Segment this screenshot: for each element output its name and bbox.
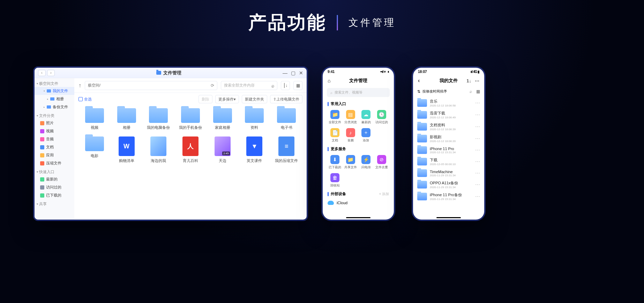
back-button[interactable]: ‹ [418,77,420,84]
category-icon [40,145,44,149]
file-item[interactable]: ≡我的压缩文件 [272,135,301,165]
row-more-icon[interactable]: ⋯ [475,147,480,153]
sidebar-category-item[interactable]: 照片 [35,119,74,127]
row-more-icon[interactable]: ⋯ [475,182,480,187]
tile-label: 共享文件 [344,165,357,170]
app-tile[interactable]: 📁共享文件 [343,154,358,171]
sidebar-category-item[interactable]: 音频 [35,135,74,143]
tile-icon: ＋ [361,128,370,137]
add-device-button[interactable]: + 添加 [379,192,389,197]
file-item[interactable]: 视频 [80,107,109,132]
select-all-checkbox[interactable]: 全选 [78,97,92,102]
folder-row[interactable]: TimeMachine2020-11-29 15:31:34⋯ [417,168,480,179]
nav-forward-button[interactable]: › [47,70,55,76]
sidebar-quick-item[interactable]: 访问过的 [35,183,74,191]
file-item[interactable]: 我的电脑备份 [144,107,173,132]
sidebar-category-item[interactable]: 压缩文件 [35,159,74,167]
nav-back-button[interactable]: ‹ [38,70,46,76]
sort-bar[interactable]: ⇅ 按修改时间排序 ⌕▦ [417,87,480,96]
file-item[interactable]: 相册 [112,107,141,132]
sidebar-categories-head[interactable]: 文件分类 [35,112,74,119]
sidebar-quick-item[interactable]: 已下载的 [35,191,74,199]
file-item[interactable]: 2:45天边 [208,135,237,165]
sidebar-root[interactable]: 极空间文件 [35,80,74,87]
folder-row[interactable]: 下载2020-12-05 00:00:10⋯ [417,156,480,168]
sidebar-album[interactable]: ▸相册 [35,95,74,103]
file-item[interactable]: ▼英文课件 [240,135,269,165]
app-tile[interactable]: ⊘文件去重 [374,154,389,171]
app-tile[interactable]: ▤分类浏览 [343,109,358,126]
sort-button[interactable]: ⎮↓ [281,81,290,90]
more-icon[interactable]: ⋯ [475,78,479,83]
app-tile[interactable]: ♪音频 [343,127,358,144]
sidebar-quick-item[interactable]: 最新的 [35,175,74,183]
home-icon[interactable]: ⌂ [328,78,330,83]
file-item[interactable]: 电影 [80,135,109,165]
up-button[interactable]: ↑ [78,82,81,89]
sidebar-backup[interactable]: ▸备份文件 [35,103,74,111]
sidebar-quick-head[interactable]: 快速入口 [35,169,74,175]
app-tile[interactable]: 📄文档 [328,127,343,144]
app-tile[interactable]: ＋添加 [359,127,374,144]
sidebar-category-item[interactable]: 视频 [35,127,74,135]
folder-row[interactable]: 迅雷下载2020-12-12 18:06:49⋯ [417,109,480,121]
home-indicator [346,217,370,218]
home-indicator [436,217,461,218]
folder-icon [417,99,427,107]
app-tile[interactable]: ☁最新的 [359,109,374,126]
row-more-icon[interactable]: ⋯ [475,194,480,199]
file-item[interactable]: 我的手机备份 [176,107,205,132]
app-tile[interactable]: ⚡闪电传 [359,154,374,171]
folder-row[interactable]: iPhone 11 Pro备份2020-11-29 15:31:34⋯ [417,191,480,202]
tile-icon: 📄 [330,128,339,137]
folder-icon [117,108,136,123]
app-tile[interactable]: 🗑回收站 [328,172,343,189]
file-item[interactable]: 海边的我 [144,135,173,165]
file-name: 家庭相册 [215,125,230,130]
view-grid-button[interactable]: ▦ [293,81,302,90]
minimize-button[interactable]: — [283,70,287,76]
phone-search-input[interactable]: ⌕ 搜索文件、视频等 [327,88,390,97]
sidebar-category-item[interactable]: 文档 [35,143,74,151]
tile-icon: ♪ [346,128,355,137]
sort-label: 按修改时间排序 [422,89,447,94]
file-item[interactable]: 电子书 [272,107,301,132]
file-item[interactable]: W购物清单 [112,135,141,165]
delete-button[interactable]: 删除 [199,95,212,103]
file-item[interactable]: 家庭相册 [208,107,237,132]
sort-toggle-icon[interactable]: 1↓ [466,78,471,83]
sidebar-my-files[interactable]: ▾我的文件 [35,87,74,95]
new-folder-button[interactable]: 新建文件夹 [242,95,267,103]
tile-label: 全部文件 [329,120,341,125]
app-tile[interactable]: 📁全部文件 [328,109,343,126]
folder-row[interactable]: 影视剧2020-12-12 18:06:20⋯ [417,133,480,145]
upload-button[interactable]: ⇧ 上传电脑文件 [270,95,302,103]
folder-row[interactable]: OPPO A11x备份2020-11-29 15:31:34⋯ [417,179,480,191]
row-more-icon[interactable]: ⋯ [475,170,480,176]
path-bar[interactable]: 极空间/ ⟳ [85,81,217,90]
row-more-icon[interactable]: ⋯ [475,112,480,118]
desktop-window: ‹ › 文件管理 — ▢ ✕ 极空间文件 ▾我的文件 ▸相册 ▸备份文件 [33,66,308,221]
app-tile[interactable]: ⬇已下载的 [328,154,343,171]
row-more-icon[interactable]: ⋯ [475,159,480,164]
refresh-icon[interactable]: ⟳ [211,83,214,88]
folder-row[interactable]: 文档资料2020-12-12 18:06:39⋯ [417,121,480,133]
file-item[interactable]: 资料 [240,107,269,132]
search-input[interactable]: 搜索全部文件内容 ⌕ [221,81,277,90]
sidebar-category-item[interactable]: 应用 [35,151,74,159]
row-more-icon[interactable]: ⋯ [475,124,480,130]
close-button[interactable]: ✕ [299,70,303,76]
sidebar-share-head[interactable]: 共享 [35,201,74,207]
maximize-button[interactable]: ▢ [291,70,295,76]
title-main: 产品功能 [248,10,327,35]
folder-row[interactable]: iPhone 11 Pro2020-12-12 15:31:34⋯ [417,145,480,156]
more-actions-button[interactable]: 更多操作 ▾ [215,95,239,103]
app-tile[interactable]: 🕓访问过的 [374,109,389,126]
grid-view-icon[interactable]: ▦ [476,89,480,94]
search-icon[interactable]: ⌕ [470,89,472,94]
file-item[interactable]: 人育儿百科 [176,135,205,165]
row-more-icon[interactable]: ⋯ [475,136,480,141]
folder-row[interactable]: 音乐2020-12-12 18:06:58⋯ [417,97,480,109]
row-more-icon[interactable]: ⋯ [475,100,480,106]
external-icloud[interactable]: iCloud [323,199,394,207]
